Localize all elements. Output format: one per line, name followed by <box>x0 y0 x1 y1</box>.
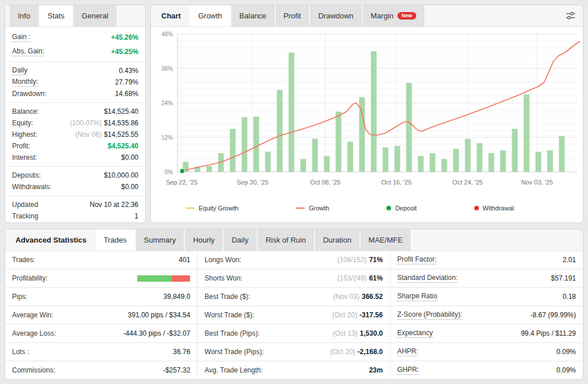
stats-panel-tab-label: Info <box>18 11 30 20</box>
stats-panel-tab-general[interactable]: General <box>74 5 116 26</box>
gain-bar <box>265 152 271 172</box>
legend-item-equity-growth[interactable]: Equity Growth <box>185 205 238 212</box>
account-stats-panel: InfoStatsGeneral Gain :+45.26%Abs. Gain:… <box>5 5 146 223</box>
stat-value: -8.67 (99.99%) <box>531 311 576 319</box>
stats-panel-rows: Gain :+45.26%Abs. Gain:+45.25%Daily0.43%… <box>5 27 145 223</box>
stat-value-main: 61% <box>369 274 383 282</box>
stat-row-tracking: Tracking1 <box>5 210 145 222</box>
stat-row-highest: Highest:(Nov 06)$14,525.55 <box>5 129 145 140</box>
statistics-table: Trades:401Longs Won:(108/152)71%Profit F… <box>5 251 583 380</box>
stat-cell-worst-trade: Worst Trade ($):(Oct 20)-317.56 <box>198 306 390 325</box>
stat-value: $0.00 <box>121 183 138 191</box>
stat-value-main: 366.52 <box>362 293 383 301</box>
gain-bar <box>335 112 341 172</box>
stat-value: $4,525.40 <box>108 142 138 150</box>
stat-row-interest: Interest:$0.00 <box>5 152 145 163</box>
advanced-tab-label: Duration <box>323 236 351 244</box>
stat-value: 39,849.0 <box>164 293 191 301</box>
advanced-tab-label: Risk of Ruin <box>266 236 306 244</box>
advanced-tab-trades[interactable]: Trades <box>96 229 135 251</box>
gain-bar <box>277 90 283 172</box>
legend-item-withdrawal[interactable]: Withdrawal <box>474 205 514 212</box>
chart-tab-growth[interactable]: Growth <box>190 5 230 26</box>
chart-tab-balance[interactable]: Balance <box>231 5 274 26</box>
gain-bar <box>312 139 318 172</box>
chart-tab-margin[interactable]: MarginNew <box>363 5 424 26</box>
chart-tab-label: Drawdown <box>318 11 353 20</box>
stat-label: Expectancy <box>397 329 433 338</box>
stat-label: Balance: <box>12 107 39 116</box>
stat-value-main: 1 <box>134 212 138 220</box>
stat-label: Best Trade ($): <box>204 293 250 301</box>
stat-label: Monthly: <box>12 78 38 87</box>
legend-label: Deposit <box>395 205 416 212</box>
stat-value: (Nov 06)$14,525.55 <box>75 130 138 139</box>
chart-tab-label: Balance <box>239 11 266 20</box>
stat-value-main: $14,525.40 <box>104 107 138 116</box>
gain-bar <box>453 149 459 172</box>
chart-settings-button[interactable] <box>558 5 583 26</box>
stat-label: Deposits: <box>12 171 41 179</box>
chart-tab-drawdown[interactable]: Drawdown <box>310 5 361 26</box>
stat-cell-lots: Lots :36.76 <box>5 343 198 362</box>
gain-bar <box>253 117 259 172</box>
growth-swatch-icon <box>296 208 305 209</box>
stat-cell-average-loss: Average Loss:-444.30 pips / -$32.07 <box>5 325 198 343</box>
advanced-statistics-panel: Advanced Statistics TradesSummaryHourlyD… <box>5 229 583 380</box>
stat-row-balance: Balance:$14,525.40 <box>5 106 145 117</box>
stat-value: 391.00 pips / $34.54 <box>128 311 191 319</box>
stat-label: Profit Factor: <box>397 255 437 264</box>
stat-label: Interest: <box>12 153 37 162</box>
stat-label: Shorts Won: <box>204 274 242 282</box>
profitability-bar-win <box>137 275 172 282</box>
stat-value-main: -$257.32 <box>163 366 190 374</box>
stat-row-equity: Equity:(100.07%)$14,535.86 <box>5 117 145 129</box>
y-axis-tick-label: 48% <box>161 31 173 37</box>
stat-value-note: (100.07%) <box>70 119 102 127</box>
advanced-tab-risk-of-ruin[interactable]: Risk of Ruin <box>258 229 314 251</box>
gain-bar <box>206 166 212 172</box>
stat-cell-trades: Trades:401 <box>5 251 198 270</box>
stat-group: Daily0.43%Monthly:27.79%Drawdown:14.68% <box>5 62 145 102</box>
stats-panel-tabs: InfoStatsGeneral <box>5 5 145 27</box>
growth-chart[interactable]: 0%12%24%36%48%Sep 22, '25Sep 30, '25Oct … <box>151 27 583 197</box>
gain-bar <box>242 117 247 172</box>
stat-cell-commissions: Commissions:-$257.32 <box>5 362 198 380</box>
stat-value: 0.09% <box>556 366 576 374</box>
stat-value-main: 1,530.0 <box>360 329 383 337</box>
gain-bar <box>394 146 400 172</box>
advanced-tab-duration[interactable]: Duration <box>315 229 359 251</box>
stat-label: Gain : <box>12 33 30 42</box>
stat-value: 23m <box>369 366 383 374</box>
stat-label: Avg. Trade Length: <box>204 366 262 374</box>
stat-value-main: -2,168.0 <box>358 348 383 356</box>
stat-label: Z-Score (Probability): <box>397 310 462 320</box>
stat-value-main: 36.76 <box>173 348 190 356</box>
stat-value: 2.01 <box>563 256 576 264</box>
advanced-tab-hourly[interactable]: Hourly <box>185 229 223 251</box>
stat-cell-shorts-won: Shorts Won:(153/249)61% <box>198 270 390 288</box>
stat-value: 0.09% <box>556 348 576 356</box>
gain-bar <box>512 129 518 172</box>
stat-label: Updated <box>12 201 38 209</box>
advanced-tab-summary[interactable]: Summary <box>136 229 184 251</box>
stat-value-main: -8.67 (99.99%) <box>531 311 576 319</box>
stat-value-main: $4,525.40 <box>108 142 138 150</box>
stat-value-main: 2.01 <box>563 256 576 264</box>
stat-value-main: 0.43% <box>119 67 138 75</box>
stat-value: 1 <box>134 212 138 220</box>
sliders-icon <box>565 10 576 21</box>
chart-tab-profit[interactable]: Profit <box>276 5 309 26</box>
stat-cell-ghpr: GHPR:0.09% <box>390 362 583 380</box>
advanced-tab-daily[interactable]: Daily <box>224 229 257 251</box>
legend-item-deposit[interactable]: Deposit <box>386 205 416 212</box>
stat-cell-sharpe-ratio: Sharpe Ratio0.18 <box>390 288 583 306</box>
stat-cell-z-score-probability: Z-Score (Probability):-8.67 (99.99%) <box>390 306 583 325</box>
advanced-tab-mae-mfe[interactable]: MAE/MFE <box>361 229 411 251</box>
stat-row-drawdown: Drawdown:14.68% <box>5 88 145 99</box>
gain-bar <box>406 83 412 172</box>
stats-panel-tab-info[interactable]: Info <box>10 5 38 26</box>
chart-legend: Equity GrowthGrowthDepositWithdrawal <box>151 197 583 219</box>
legend-item-growth[interactable]: Growth <box>296 205 329 212</box>
stats-panel-tab-stats[interactable]: Stats <box>40 5 73 26</box>
